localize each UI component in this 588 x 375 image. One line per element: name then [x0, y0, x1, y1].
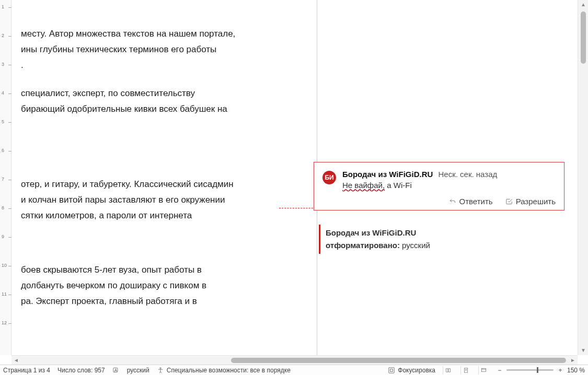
- ruler-tick: 2: [0, 33, 11, 38]
- spellcheck-button[interactable]: [112, 367, 120, 374]
- zoom-value[interactable]: 150 %: [567, 367, 585, 374]
- reply-icon: [449, 198, 456, 205]
- ruler-tick: 8: [0, 205, 11, 210]
- scroll-down-arrow-icon[interactable]: ▼: [578, 346, 588, 355]
- comment-connector: [279, 208, 316, 208]
- ruler-tick: 10: [0, 263, 11, 268]
- ruler-tick: 6: [0, 148, 11, 153]
- comment-text-rest: а Wi-Fi: [385, 181, 412, 190]
- ruler-tick: 4: [0, 90, 11, 96]
- status-bar: Страница 1 из 4 Число слов: 957 русский …: [0, 365, 588, 375]
- ruler-tick: 5: [0, 119, 11, 124]
- ruler-tick: 12: [0, 320, 11, 325]
- horizontal-scrollbar[interactable]: ◄ ►: [11, 355, 578, 365]
- vertical-scrollbar[interactable]: ▲ ▼: [578, 0, 588, 355]
- check-icon: [505, 198, 513, 205]
- svg-rect-7: [481, 368, 486, 371]
- scroll-right-arrow-icon[interactable]: ►: [568, 356, 578, 365]
- word-count[interactable]: Число слов: 957: [57, 367, 105, 374]
- paragraph[interactable]: боев скрываются 5-лет вуза, опыт работы …: [17, 262, 317, 309]
- accessibility-icon: [157, 367, 164, 374]
- zoom-out-button[interactable]: −: [496, 367, 503, 374]
- tracked-label: отформатировано:: [326, 241, 400, 250]
- comment-author: Бородач из WiFiGiD.RU: [342, 170, 433, 179]
- page-indicator[interactable]: Страница 1 из 4: [3, 367, 50, 374]
- scroll-up-arrow-icon[interactable]: ▲: [578, 0, 588, 9]
- resolve-label: Разрешить: [516, 197, 556, 206]
- comment-text-underlined: Не вайфай,: [342, 181, 385, 190]
- ruler-tick: 3: [0, 62, 11, 67]
- zoom-slider-knob[interactable]: [537, 367, 538, 373]
- focus-label: Фокусировка: [398, 367, 435, 374]
- ruler-tick: 7: [0, 177, 11, 182]
- ruler-tick: 9: [0, 234, 11, 239]
- reply-label: Ответить: [459, 197, 493, 206]
- focus-mode-button[interactable]: Фокусировка: [388, 367, 435, 374]
- zoom-slider[interactable]: [506, 369, 554, 371]
- web-icon: [481, 367, 487, 374]
- print-layout-button[interactable]: [460, 366, 471, 374]
- vertical-scroll-thumb[interactable]: [581, 11, 586, 64]
- read-mode-button[interactable]: [443, 366, 453, 374]
- svg-point-1: [160, 367, 161, 368]
- accessibility-label: Специальные возможности: все в порядке: [167, 367, 291, 374]
- comment-text: Не вайфай, а Wi-Fi: [342, 181, 556, 190]
- zoom-control[interactable]: − + 150 %: [496, 367, 585, 374]
- tracked-value: русский: [400, 241, 430, 250]
- page-icon: [463, 367, 469, 374]
- resolve-button[interactable]: Разрешить: [505, 197, 556, 206]
- tracked-author: Бородач из WiFiGiD.RU: [326, 228, 416, 237]
- document-page[interactable]: месту. Автор множества текстов на нашем …: [17, 0, 317, 355]
- paragraph[interactable]: месту. Автор множества текстов на нашем …: [17, 26, 317, 73]
- zoom-in-button[interactable]: +: [557, 367, 564, 374]
- comment-card[interactable]: БИ Бородач из WiFiGiD.RU Неск. сек. наза…: [314, 162, 564, 210]
- ruler-tick: 1: [0, 4, 11, 9]
- paragraph[interactable]: отер, и гитару, и табуретку. Классически…: [17, 177, 317, 224]
- avatar: БИ: [322, 171, 336, 184]
- horizontal-scroll-thumb[interactable]: [231, 358, 566, 363]
- vertical-ruler: 1 2 3 4 5 6 7 8 9 10 11 12: [0, 0, 11, 355]
- reply-button[interactable]: Ответить: [449, 197, 493, 206]
- book-icon: [445, 367, 451, 374]
- svg-rect-2: [389, 367, 395, 373]
- spellcheck-icon: [112, 367, 120, 374]
- web-layout-button[interactable]: [478, 366, 489, 374]
- ruler-tick: 11: [0, 291, 11, 297]
- tracked-change[interactable]: Бородач из WiFiGiD.RU отформатировано: р…: [319, 225, 564, 254]
- language-indicator[interactable]: русский: [127, 367, 149, 374]
- comment-timestamp: Неск. сек. назад: [438, 170, 497, 179]
- scroll-left-arrow-icon[interactable]: ◄: [11, 356, 21, 365]
- paragraph[interactable]: специалист, эксперт, по совместительству…: [17, 86, 317, 117]
- svg-rect-3: [390, 369, 393, 371]
- accessibility-button[interactable]: Специальные возможности: все в порядке: [157, 367, 291, 374]
- focus-icon: [388, 367, 395, 374]
